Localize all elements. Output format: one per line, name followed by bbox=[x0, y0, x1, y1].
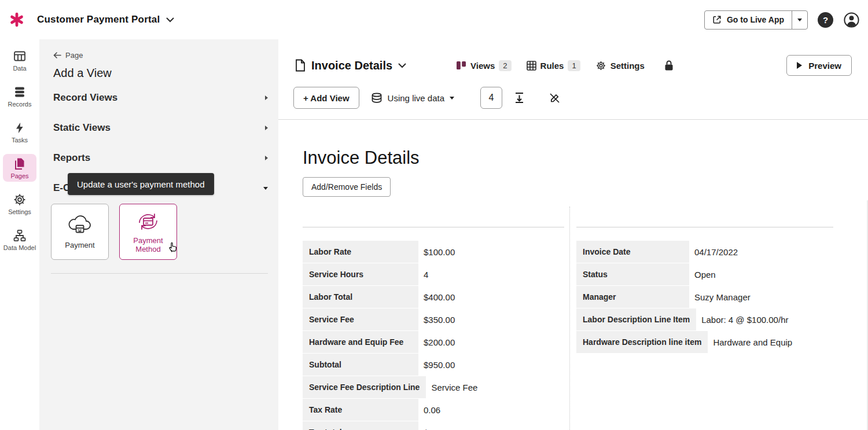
tab-rules[interactable]: Rules 1 bbox=[527, 60, 580, 71]
topbar-right-actions: Go to Live App ? bbox=[704, 10, 860, 30]
field-label: Service Fee bbox=[303, 308, 418, 330]
view-card-payment[interactable]: Payment bbox=[51, 204, 109, 260]
add-view-sidebar: Page Add a View Record Views Static View… bbox=[39, 39, 278, 430]
hierarchy-icon bbox=[13, 229, 27, 242]
view-card-payment-method[interactable]: Payment Method bbox=[119, 204, 177, 260]
field-row[interactable]: Labor Description Line Item Labor: 4 @ $… bbox=[576, 308, 833, 330]
rules-count-badge: 1 bbox=[568, 60, 580, 71]
field-row[interactable]: Hardware and Equip Fee $200.00 bbox=[303, 331, 564, 353]
chevron-right-icon bbox=[265, 126, 268, 130]
sidebar-item-data-model[interactable]: Data Model bbox=[3, 226, 36, 253]
field-label: Labor Total bbox=[303, 286, 418, 308]
database-icon bbox=[371, 93, 382, 104]
payment-cloud-icon bbox=[67, 214, 93, 238]
account-avatar[interactable] bbox=[843, 12, 860, 28]
field-row[interactable]: Labor Total $400.00 bbox=[303, 286, 564, 308]
field-value: $100.00 bbox=[424, 241, 455, 263]
views-icon bbox=[456, 61, 466, 70]
table-icon bbox=[13, 49, 27, 63]
details-view-title: Invoice Details bbox=[303, 148, 420, 168]
views-count-badge: 2 bbox=[499, 60, 511, 71]
external-link-icon bbox=[712, 15, 722, 24]
field-row[interactable]: Status Open bbox=[576, 263, 833, 285]
chevron-right-icon bbox=[265, 156, 268, 160]
arrow-left-icon bbox=[53, 52, 61, 58]
field-label: Hardware and Equip Fee bbox=[303, 331, 418, 353]
field-value: $57.00 bbox=[424, 421, 450, 430]
field-row[interactable]: Manager Suzy Manager bbox=[576, 286, 833, 308]
rail-label: Records bbox=[8, 101, 32, 108]
chevron-right-icon bbox=[265, 95, 268, 100]
field-value: $950.00 bbox=[424, 354, 455, 376]
lock-icon[interactable] bbox=[664, 60, 674, 71]
page-toolbar: Invoice Details Views 2 bbox=[278, 39, 868, 120]
field-row[interactable]: Service Fee $350.00 bbox=[303, 308, 564, 330]
section-record-views[interactable]: Record Views bbox=[53, 83, 268, 113]
app-logo-icon[interactable] bbox=[9, 12, 24, 27]
help-button[interactable]: ? bbox=[818, 12, 833, 28]
field-row[interactable]: Service Hours 4 bbox=[303, 263, 564, 285]
go-to-live-app-button[interactable]: Go to Live App bbox=[704, 10, 808, 30]
hand-cursor-icon bbox=[168, 241, 178, 252]
go-to-live-app-label: Go to Live App bbox=[727, 15, 784, 24]
chevron-down-icon bbox=[797, 19, 802, 21]
lightning-icon bbox=[13, 121, 27, 135]
column-rule bbox=[576, 227, 833, 227]
field-value: $350.00 bbox=[424, 308, 455, 330]
field-label: Status bbox=[576, 263, 689, 285]
page-title-dropdown[interactable]: Invoice Details bbox=[295, 59, 406, 72]
section-static-views[interactable]: Static Views bbox=[53, 113, 268, 143]
back-to-page-link[interactable]: Page bbox=[53, 51, 268, 60]
field-row[interactable]: Subtotal $950.00 bbox=[303, 354, 564, 376]
field-row[interactable]: Invoice Date 04/17/2022 bbox=[576, 241, 833, 263]
nav-rail: Data Records Tasks Pages bbox=[0, 39, 39, 430]
live-data-selector[interactable]: Using live data bbox=[371, 93, 454, 104]
field-row[interactable]: Labor Rate $100.00 bbox=[303, 241, 564, 263]
sidebar-item-records[interactable]: Records bbox=[3, 82, 36, 110]
fit-height-icon[interactable] bbox=[514, 92, 524, 104]
page-width-input[interactable]: 4 bbox=[480, 87, 502, 109]
tab-views[interactable]: Views 2 bbox=[456, 60, 512, 71]
field-label: Invoice Date bbox=[576, 241, 689, 263]
field-label: Subtotal bbox=[303, 354, 418, 376]
field-row[interactable]: Tax Rate 0.06 bbox=[303, 399, 564, 421]
field-value: 4 bbox=[424, 263, 428, 285]
sidebar-item-data[interactable]: Data bbox=[3, 46, 36, 74]
field-row[interactable]: Tax total $57.00 bbox=[303, 421, 564, 430]
page-header-tabs: Views 2 Rules 1 bbox=[456, 60, 674, 71]
app-title: Customer Payment Portal bbox=[37, 14, 160, 25]
field-value: 04/17/2022 bbox=[694, 241, 738, 263]
sidebar-divider bbox=[51, 273, 268, 274]
field-label: Tax Rate bbox=[303, 399, 418, 421]
sidebar-item-settings[interactable]: Settings bbox=[3, 190, 36, 218]
field-label: Manager bbox=[576, 286, 689, 308]
section-reports[interactable]: Reports bbox=[53, 143, 268, 173]
chevron-down-icon bbox=[450, 97, 454, 100]
disable-edit-icon[interactable] bbox=[549, 92, 561, 104]
view-cards: Payment Payment Method bbox=[51, 204, 177, 260]
card-label: Payment bbox=[62, 241, 97, 250]
preview-button[interactable]: Preview bbox=[786, 55, 852, 76]
add-view-button[interactable]: + Add View bbox=[293, 87, 359, 109]
payment-method-refresh-icon bbox=[135, 210, 161, 233]
field-row[interactable]: Service Fee Description Line Service Fee bbox=[303, 376, 564, 398]
field-row[interactable]: Hardware Description line item Hardware … bbox=[576, 331, 833, 353]
go-to-live-app-dropdown[interactable] bbox=[792, 11, 807, 29]
add-remove-fields-button[interactable]: Add/Remove Fields bbox=[303, 177, 391, 197]
column-rule bbox=[303, 227, 564, 227]
field-label: Hardware Description line item bbox=[576, 331, 708, 353]
rail-label: Pages bbox=[10, 172, 28, 179]
field-value: $400.00 bbox=[424, 286, 455, 308]
chevron-down-icon bbox=[398, 63, 406, 68]
tab-settings[interactable]: Settings bbox=[595, 60, 645, 71]
help-icon: ? bbox=[823, 15, 828, 25]
app-title-chevron-down-icon[interactable] bbox=[166, 17, 174, 23]
chevron-down-icon bbox=[263, 187, 268, 190]
field-value: Suzy Manager bbox=[694, 286, 751, 308]
field-value: Hardware and Equip bbox=[713, 331, 792, 353]
gear-icon bbox=[13, 193, 27, 207]
sidebar-item-tasks[interactable]: Tasks bbox=[3, 118, 36, 146]
main-panel: Invoice Details Views 2 bbox=[278, 39, 868, 430]
details-column-left: Labor Rate $100.00 Service Hours 4 Labor… bbox=[303, 227, 564, 430]
sidebar-item-pages[interactable]: Pages bbox=[3, 154, 36, 182]
